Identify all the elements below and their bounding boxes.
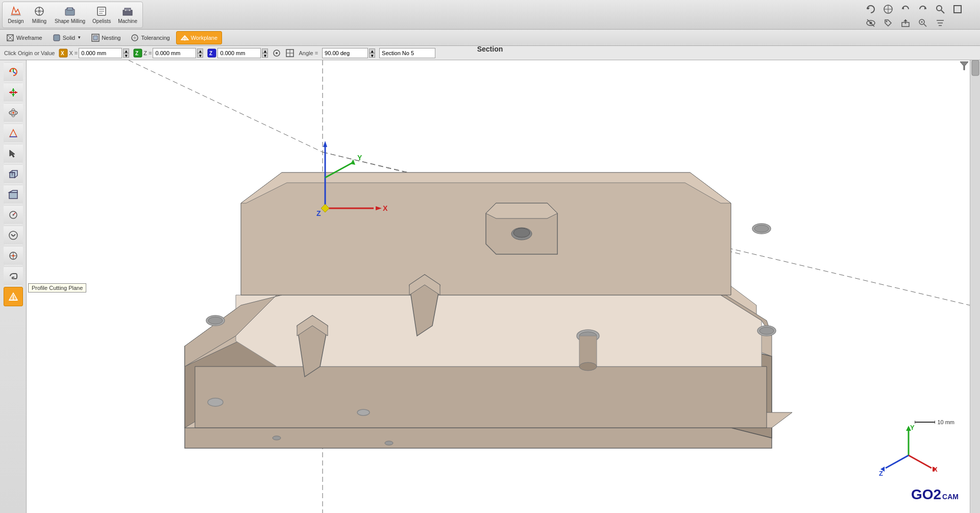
z-spinner[interactable]: ▲▼ — [197, 48, 203, 58]
zoom-magnify-button[interactable] — [916, 16, 930, 30]
sidebar-rotate-button[interactable] — [4, 62, 23, 82]
svg-text:X: X — [61, 51, 64, 56]
search-button[interactable] — [933, 2, 947, 16]
sidebar-cube-button[interactable] — [4, 164, 23, 184]
nesting-label: Nesting — [102, 35, 120, 41]
tag-button[interactable] — [881, 16, 895, 30]
svg-point-18 — [125, 10, 127, 11]
sidebar-collapse-button[interactable] — [4, 226, 23, 245]
collapse-icon — [8, 230, 19, 241]
x-axis-label: X — [383, 204, 388, 212]
right-scrollbar[interactable] — [971, 60, 980, 513]
coord-extra-icon[interactable] — [285, 48, 295, 58]
maximize-button[interactable] — [950, 2, 965, 16]
refresh-button[interactable] — [864, 2, 878, 16]
reset-view-button[interactable] — [881, 2, 895, 16]
right-filter-icon[interactable] — [960, 61, 969, 72]
svg-text:Z: Z — [209, 51, 212, 56]
go2cam-logo: GO2 CAM — [911, 486, 959, 503]
svg-text:Y: Y — [910, 425, 915, 431]
shape-milling-button[interactable]: Shape Milling — [52, 3, 88, 27]
undo-button[interactable] — [898, 2, 913, 16]
solid-button[interactable]: Solid ▼ — [48, 31, 85, 44]
angle-value-input[interactable] — [322, 48, 368, 58]
section-input[interactable] — [379, 48, 435, 58]
right-panel — [970, 60, 980, 513]
profile-cutting-tooltip: Profile Cutting Plane — [28, 283, 86, 292]
opelists-button[interactable]: Opelists — [89, 3, 114, 27]
wireframe-icon — [6, 34, 14, 42]
svg-rect-28 — [954, 6, 961, 13]
svg-text:Z: Z — [879, 470, 883, 477]
select-icon — [8, 148, 19, 159]
snap-view-icon — [8, 250, 19, 261]
shape-milling-label: Shape Milling — [55, 18, 85, 24]
z2-spinner[interactable]: ▲▼ — [262, 48, 268, 58]
connector-block-top — [486, 203, 557, 218]
machine-button[interactable]: Machine — [115, 3, 140, 27]
svg-marker-71 — [12, 94, 15, 96]
profile-cutting-icon — [8, 291, 19, 302]
z-coord-icon: Z — [133, 48, 142, 58]
nesting-button[interactable]: Nesting — [87, 31, 125, 44]
sidebar-measure-button[interactable] — [4, 205, 23, 225]
corner-cylinder-tr-inner — [754, 225, 769, 232]
main-viewport[interactable]: Z Y X Y X — [27, 60, 970, 513]
svg-marker-72 — [15, 91, 17, 94]
x-spinner[interactable]: ▲▼ — [123, 48, 129, 58]
sidebar-transform-button[interactable] — [4, 124, 23, 143]
sidebar-snap-button[interactable] — [4, 246, 23, 265]
measure-icon — [8, 209, 19, 221]
sidebar-box-button[interactable] — [4, 185, 23, 204]
design-icon — [10, 5, 22, 17]
screw-hole-2 — [385, 441, 393, 445]
svg-rect-48 — [93, 36, 97, 40]
angle-input: ▲▼ — [322, 48, 375, 58]
toolbar-group-main: Design Milling Shape Milling Opelists — [2, 2, 143, 28]
z-value-input[interactable] — [153, 48, 196, 58]
svg-point-87 — [9, 231, 17, 239]
solid-icon — [53, 34, 61, 42]
milling-label: Milling — [32, 18, 46, 24]
svg-marker-70 — [12, 88, 15, 91]
workplane-button[interactable]: Workplane — [176, 31, 222, 44]
design-button[interactable]: Design — [5, 3, 27, 27]
tolerancing-button[interactable]: Tolerancing — [127, 31, 174, 44]
post-bottom — [579, 362, 597, 371]
milling-button[interactable]: Milling — [28, 3, 51, 27]
3d-viewport[interactable]: Z Y X — [27, 60, 970, 513]
sidebar-move-button[interactable] — [4, 83, 23, 102]
design-label: Design — [8, 18, 23, 24]
z2-value-input[interactable] — [217, 48, 261, 58]
connector-hole-inner — [513, 228, 530, 237]
svg-text:X: X — [933, 466, 938, 473]
box-icon — [8, 189, 19, 200]
solid-dropdown-arrow[interactable]: ▼ — [77, 35, 81, 40]
opelists-icon — [95, 5, 108, 17]
sidebar-orbit-button[interactable] — [4, 103, 23, 123]
post-body — [579, 336, 597, 367]
export-button[interactable] — [898, 16, 913, 30]
svg-marker-0 — [12, 7, 20, 14]
sidebar-profile-cutting-button[interactable] — [4, 287, 23, 306]
corner-cylinder-r-inner — [760, 327, 774, 334]
svg-point-19 — [129, 10, 131, 11]
corner-cylinder-tl-inner — [208, 317, 223, 324]
scale-value: 10 mm — [937, 419, 954, 425]
angle-spinner[interactable]: ▲▼ — [369, 48, 375, 58]
angle-label: Angle = — [299, 50, 318, 56]
redo-button[interactable] — [916, 2, 930, 16]
svg-point-26 — [937, 6, 942, 11]
svg-line-89 — [13, 234, 15, 236]
filter-list-button[interactable] — [933, 16, 947, 30]
corner-cylinder-br — [357, 409, 370, 416]
wireframe-button[interactable]: Wireframe — [2, 31, 46, 44]
svg-rect-112 — [972, 60, 979, 76]
sidebar-link-button[interactable] — [4, 266, 23, 286]
sidebar-select-button[interactable] — [4, 144, 23, 163]
shape-milling-icon — [64, 5, 76, 17]
snap-icon[interactable] — [272, 48, 281, 58]
hide-button[interactable] — [864, 16, 878, 30]
svg-marker-35 — [903, 19, 908, 21]
x-value-input[interactable] — [79, 48, 122, 58]
